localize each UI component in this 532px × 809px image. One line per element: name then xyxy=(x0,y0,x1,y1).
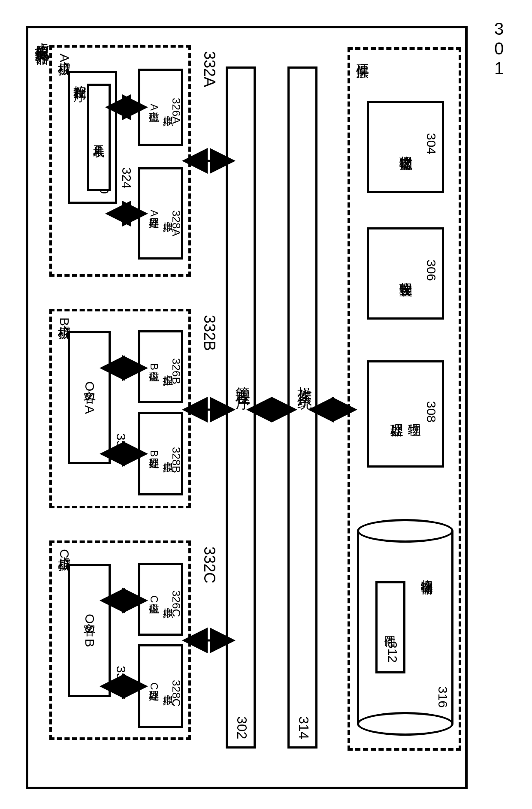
physical-disk-ref: 304 xyxy=(424,133,438,154)
hypervisor-label: 管理程序 xyxy=(233,375,253,386)
hypervisor-ref: 302 xyxy=(234,716,250,739)
control-program-label: 控制程序 xyxy=(71,75,88,80)
vm-b-ref: 332B xyxy=(200,315,218,351)
hardware-label: 硬件层 xyxy=(354,54,371,58)
vm-a-ref: 332A xyxy=(200,51,218,87)
figure-number: 301 xyxy=(489,19,508,78)
tool-stack-label: 工具堆栈 xyxy=(89,86,109,189)
guest-os-b-ref: 330B xyxy=(114,666,128,696)
physical-device-ref: 306 xyxy=(424,260,438,281)
storage-label: 物理存储器 xyxy=(418,571,435,575)
guest-os-b: 客OS B xyxy=(68,564,111,697)
vm-b-label: 虚拟机B xyxy=(55,315,73,327)
guest-os-a: 客OS A xyxy=(68,331,111,464)
vdisk-b-ref: 326B xyxy=(169,358,183,384)
vm-c-label: 虚拟机C xyxy=(55,546,73,559)
cylinder-top xyxy=(357,519,453,543)
server-title: 虚拟化服务器 xyxy=(32,31,52,41)
vm-a-label: 虚拟机A xyxy=(55,51,73,63)
guest-os-b-label: 客OS B xyxy=(70,566,109,695)
vproc-a-ref: 328A xyxy=(169,210,183,236)
vproc-b-ref: 328B xyxy=(169,447,183,473)
physical-processor-ref: 308 xyxy=(424,401,438,423)
guest-os-a-label: 客OS A xyxy=(70,333,109,462)
tool-stack: 工具堆栈 xyxy=(87,84,111,191)
os-ref: 314 xyxy=(296,716,311,739)
vdisk-a-ref: 326A xyxy=(169,98,183,124)
vproc-c-ref: 328C xyxy=(169,680,183,706)
guest-os-a-ref: 330A xyxy=(114,433,128,463)
cylinder-bottom xyxy=(357,712,453,736)
firmware-ref: 312 xyxy=(385,641,400,663)
hypervisor-bar xyxy=(226,66,256,749)
storage-ref: 316 xyxy=(435,686,450,708)
tool-stack-ref: 324 xyxy=(119,167,134,189)
os-bar xyxy=(287,66,317,749)
vdisk-c-ref: 326C xyxy=(169,590,183,617)
os-label: 操作系统 xyxy=(295,375,314,386)
diagram-page: 301 虚拟化服务器 虚拟机A 332A 320 控制程序 工具堆栈 324 虚… xyxy=(0,0,532,809)
vm-c-ref: 332C xyxy=(200,546,218,583)
